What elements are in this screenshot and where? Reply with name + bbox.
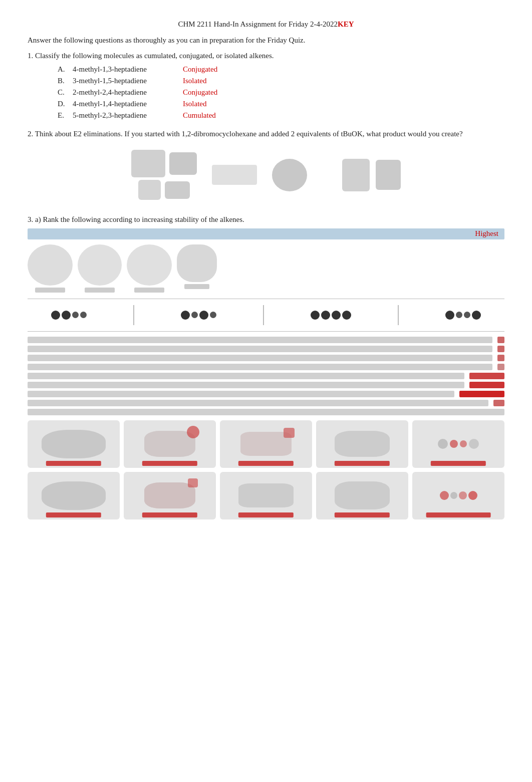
mol-name-e: 5-methyl-2,3-heptadiene — [73, 111, 183, 120]
blurred-questions-section — [28, 337, 504, 415]
q-row-5 — [28, 373, 504, 379]
dot-small — [210, 312, 216, 318]
question-2-text: 2. Think about E2 eliminations. If you s… — [28, 128, 504, 140]
structure-visual — [335, 431, 390, 457]
mol-answer-a: Conjugated — [183, 65, 217, 74]
mol-name-d: 4-methyl-1,4-heptadiene — [73, 100, 183, 108]
structure-visual — [240, 432, 291, 456]
q-text-blur — [28, 382, 464, 388]
q-answer-4 — [497, 364, 504, 370]
structure-label — [238, 512, 294, 517]
mol-answer-e: Cumulated — [183, 111, 216, 120]
intro-line1: Answer the following questions as thorou… — [28, 35, 504, 46]
bottom-structures-row2 — [28, 472, 504, 519]
alkene-structures-row — [28, 244, 504, 293]
list-item: A. 4-methyl-1,3-heptadiene Conjugated — [58, 65, 504, 74]
structure-label — [431, 461, 486, 466]
structure-box — [316, 420, 408, 468]
mol-letter-d: D. — [58, 100, 73, 108]
dot-group-1 — [51, 311, 87, 320]
stability-bar: Highest — [28, 228, 504, 239]
structure-visual — [335, 481, 390, 509]
dot — [181, 311, 190, 320]
q-answer-2 — [497, 346, 504, 352]
list-item: E. 5-methyl-2,3-heptadiene Cumulated — [58, 111, 504, 120]
bottom-structures-row1 — [28, 420, 504, 468]
structure-visual — [144, 431, 195, 457]
q-text-blur — [28, 373, 464, 379]
q-row-6 — [28, 382, 504, 388]
structure-box — [124, 472, 216, 519]
dot-group-3 — [311, 311, 351, 320]
q2-image-area — [28, 145, 504, 205]
structure-visual — [144, 482, 195, 508]
q-text-blur — [28, 364, 492, 370]
structure-label — [238, 461, 294, 466]
mol-answer-b: Isolated — [183, 77, 206, 85]
mol-letter-c: C. — [58, 88, 73, 97]
structure-label — [426, 512, 491, 517]
structure-box — [220, 472, 312, 519]
molecule-list: A. 4-methyl-1,3-heptadiene Conjugated B.… — [58, 65, 504, 120]
structure-label — [46, 512, 101, 517]
structure-visual — [238, 483, 294, 507]
mol-name-a: 4-methyl-1,3-heptadiene — [73, 65, 183, 74]
list-item: C. 2-methyl-2,4-heptadiene Conjugated — [58, 88, 504, 97]
mol-letter-a: A. — [58, 65, 73, 74]
title-text: CHM 2211 Hand-In Assignment for Friday 2… — [178, 20, 338, 28]
structure-box — [28, 472, 120, 519]
structure-label — [335, 461, 390, 466]
mol-letter-e: E. — [58, 111, 73, 120]
intro-line2: 1. Classify the following molecules as c… — [28, 50, 504, 62]
q-answer-1 — [497, 337, 504, 343]
separator-2 — [28, 331, 504, 332]
separator — [28, 299, 504, 299]
dot — [332, 311, 341, 320]
dot-small — [191, 312, 198, 318]
q-answer-3 — [497, 355, 504, 361]
q-text-blur — [28, 400, 488, 406]
q-text-blur — [28, 337, 492, 343]
structure-box — [28, 420, 120, 468]
structure-box — [220, 420, 312, 468]
key-label: KEY — [338, 20, 354, 28]
structure-visual — [421, 479, 495, 512]
mol-letter-b: B. — [58, 77, 73, 85]
q-row-2 — [28, 346, 504, 352]
q-text-blur — [28, 355, 492, 361]
structure-visual — [421, 427, 495, 461]
dot-small — [72, 312, 79, 318]
q-answer-7 — [459, 391, 504, 397]
q-row-1 — [28, 337, 504, 343]
dot — [445, 311, 454, 320]
structure-box — [412, 420, 504, 468]
structure-label — [335, 512, 390, 517]
structure-box — [412, 472, 504, 519]
title: CHM 2211 Hand-In Assignment for Friday 2… — [28, 20, 504, 29]
dot-small — [456, 312, 462, 318]
q-text-blur — [28, 346, 492, 352]
dot-group-2 — [181, 311, 216, 320]
question-3a-text: 3. a) Rank the following according to in… — [28, 214, 504, 225]
highest-label: Highest — [475, 229, 498, 238]
dot — [472, 311, 481, 320]
q-answer-6 — [469, 382, 504, 388]
mol-name-c: 2-methyl-2,4-heptadiene — [73, 88, 183, 97]
q-answer-8 — [493, 400, 504, 406]
list-item: D. 4-methyl-1,4-heptadiene Isolated — [58, 100, 504, 108]
mol-answer-c: Conjugated — [183, 88, 217, 97]
dot — [321, 311, 330, 320]
q-text-blur — [28, 391, 454, 397]
dot-small — [464, 312, 470, 318]
structure-box — [316, 472, 408, 519]
structure-label — [46, 461, 101, 466]
structure-label — [142, 461, 197, 466]
q-answer-5 — [469, 373, 504, 379]
q-text-blur — [28, 409, 504, 415]
q-row-9 — [28, 409, 504, 415]
structure-visual — [42, 481, 106, 510]
dot-groups-row — [28, 305, 504, 325]
q-row-4 — [28, 364, 504, 370]
dot-group-4 — [445, 311, 481, 320]
dot — [311, 311, 320, 320]
